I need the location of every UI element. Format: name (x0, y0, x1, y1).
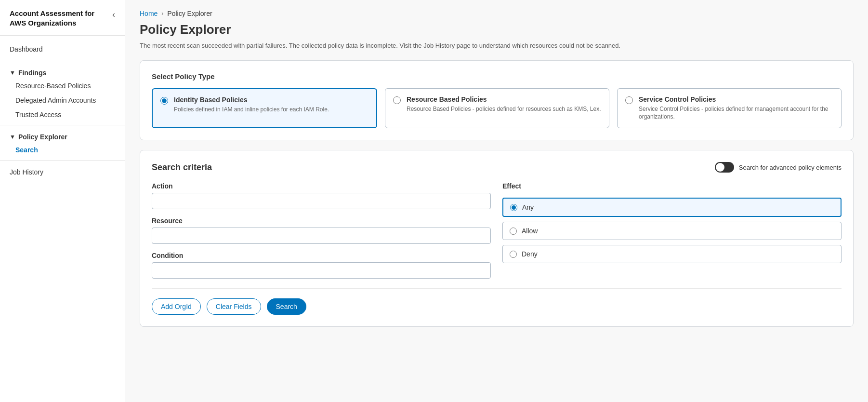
advanced-toggle-switch[interactable] (715, 162, 734, 173)
sidebar-header: Account Assessment for AWS Organizations… (0, 0, 125, 36)
search-criteria-header-row: Search criteria Search for advanced poli… (152, 162, 842, 173)
search-button[interactable]: Search (267, 298, 306, 315)
policy-option-identity-title: Identity Based Policies (174, 96, 329, 104)
main-content: Home › Policy Explorer Policy Explorer T… (125, 0, 868, 402)
policy-radio-service-control[interactable] (625, 96, 633, 104)
policy-radio-identity-based[interactable] (160, 97, 168, 105)
policy-radio-resource-based[interactable] (393, 96, 401, 104)
page-title: Policy Explorer (140, 22, 854, 37)
sidebar-item-resource-based-policies[interactable]: Resource-Based Policies (0, 79, 125, 93)
policy-type-label: Select Policy Type (152, 72, 842, 80)
effect-option-any[interactable]: Any (502, 198, 842, 217)
sidebar-nav: Dashboard ▼ Findings Resource-Based Poli… (0, 36, 125, 186)
breadcrumb: Home › Policy Explorer (140, 10, 854, 17)
sidebar-item-search[interactable]: Search (0, 143, 125, 157)
button-row: Add OrgId Clear Fields Search (152, 288, 842, 315)
effect-deny-label: Deny (522, 250, 538, 258)
policy-option-identity-desc: Policies defined in IAM and inline polic… (174, 106, 329, 114)
effect-radio-deny[interactable] (510, 251, 517, 258)
clear-fields-button[interactable]: Clear Fields (207, 298, 261, 315)
effect-option-allow[interactable]: Allow (502, 222, 842, 240)
sidebar-item-job-history[interactable]: Job History (0, 163, 125, 181)
action-input[interactable] (152, 193, 491, 209)
condition-group: Condition (152, 252, 491, 279)
action-label: Action (152, 182, 491, 190)
effect-label: Effect (502, 182, 842, 190)
policy-option-identity-content: Identity Based Policies Policies defined… (174, 96, 329, 114)
effect-option-deny[interactable]: Deny (502, 245, 842, 263)
policy-option-service-control[interactable]: Service Control Policies Service Control… (617, 88, 842, 129)
effect-allow-label: Allow (522, 227, 538, 235)
sidebar: Account Assessment for AWS Organizations… (0, 0, 125, 402)
policy-type-card: Select Policy Type Identity Based Polici… (140, 60, 854, 141)
sidebar-section-policy-explorer[interactable]: ▼ Policy Explorer (0, 128, 125, 143)
search-criteria-card: Search criteria Search for advanced poli… (140, 150, 854, 327)
condition-label: Condition (152, 252, 491, 259)
findings-label: Findings (18, 69, 46, 77)
advanced-toggle-label: Search for advanced policy elements (739, 164, 842, 171)
sidebar-title: Account Assessment for AWS Organizations (10, 9, 112, 28)
search-criteria-title: Search criteria (152, 162, 212, 173)
search-form-left: Action Resource Condition (152, 182, 491, 279)
page-subtitle: The most recent scan succeeded with part… (140, 41, 854, 51)
policy-type-options: Identity Based Policies Policies defined… (152, 88, 842, 129)
policy-option-resource-content: Resource Based Policies Resource Based P… (407, 95, 601, 113)
policy-option-resource-based[interactable]: Resource Based Policies Resource Based P… (385, 88, 609, 129)
sidebar-collapse-button[interactable]: ‹ (112, 10, 115, 20)
policy-option-identity-based[interactable]: Identity Based Policies Policies defined… (152, 88, 377, 129)
policy-option-service-desc: Service Control Policies - policies defi… (639, 105, 833, 121)
add-orgid-button[interactable]: Add OrgId (152, 298, 201, 315)
resource-input[interactable] (152, 228, 491, 244)
breadcrumb-home-link[interactable]: Home (140, 10, 158, 17)
policy-option-resource-desc: Resource Based Policies - policies defin… (407, 105, 601, 113)
sidebar-section-findings[interactable]: ▼ Findings (0, 64, 125, 79)
sidebar-divider-2 (0, 125, 125, 125)
resource-group: Resource (152, 217, 491, 244)
policy-explorer-arrow-icon: ▼ (10, 134, 15, 140)
sidebar-divider-1 (0, 61, 125, 61)
sidebar-divider-3 (0, 160, 125, 161)
policy-option-resource-title: Resource Based Policies (407, 95, 601, 103)
condition-input[interactable] (152, 262, 491, 279)
resource-label: Resource (152, 217, 491, 225)
effect-any-label: Any (522, 203, 534, 211)
breadcrumb-separator: › (161, 10, 163, 17)
search-link[interactable]: Search (15, 146, 38, 154)
search-form-grid: Action Resource Condition Effect (152, 182, 842, 279)
effect-radio-any[interactable] (510, 204, 517, 211)
findings-arrow-icon: ▼ (10, 69, 15, 76)
action-group: Action (152, 182, 491, 209)
policy-option-service-title: Service Control Policies (639, 95, 833, 103)
advanced-toggle-row: Search for advanced policy elements (715, 162, 842, 173)
effect-radio-allow[interactable] (510, 228, 517, 235)
breadcrumb-current: Policy Explorer (167, 10, 212, 17)
sidebar-item-delegated-admin-accounts[interactable]: Delegated Admin Accounts (0, 93, 125, 107)
sidebar-item-dashboard[interactable]: Dashboard (0, 40, 125, 58)
policy-explorer-label: Policy Explorer (18, 133, 67, 141)
search-form-right: Effect Any Allow Deny (502, 182, 842, 279)
policy-option-service-content: Service Control Policies Service Control… (639, 95, 833, 121)
sidebar-item-trusted-access[interactable]: Trusted Access (0, 107, 125, 122)
